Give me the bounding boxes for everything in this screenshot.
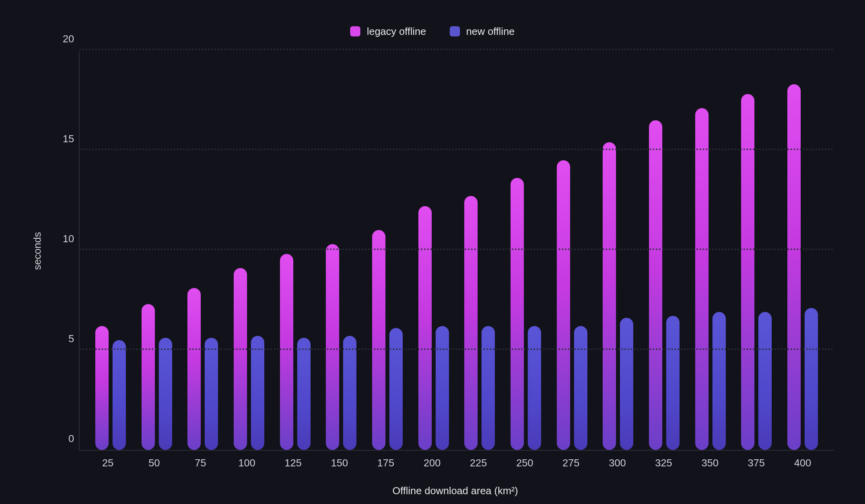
bar-new: [251, 336, 264, 450]
bar-new: [113, 340, 126, 450]
x-tick-label: 375: [733, 457, 780, 469]
bar-legacy: [557, 160, 570, 450]
bar-legacy: [95, 326, 109, 450]
x-tick-label: 250: [502, 457, 548, 469]
bar-new: [712, 312, 726, 450]
bar-legacy: [280, 254, 293, 450]
bar-new: [666, 316, 680, 450]
bar-group: [734, 94, 780, 450]
chart-container: legacy offline new offline seconds 05101…: [0, 0, 865, 504]
legend-label-legacy: legacy offline: [367, 25, 426, 38]
x-tick-label: 50: [131, 457, 177, 469]
bar-new: [528, 326, 541, 450]
legend-swatch-new-icon: [450, 26, 460, 36]
bar-legacy: [326, 244, 339, 450]
legend-label-new: new offline: [466, 25, 515, 38]
bar-legacy: [418, 206, 432, 450]
bar-new: [574, 326, 587, 450]
bar-new: [805, 308, 818, 450]
bar-group: [457, 196, 503, 450]
bar-new: [620, 318, 633, 450]
gridline: [80, 149, 834, 150]
bar-legacy: [741, 94, 754, 450]
x-tick-label: 175: [363, 457, 409, 469]
bar-legacy: [511, 178, 524, 450]
bar-new: [436, 326, 449, 450]
bar-group: [549, 160, 595, 450]
gridline: [80, 49, 834, 50]
bar-legacy: [234, 268, 247, 450]
x-tick-label: 275: [548, 457, 594, 469]
x-axis: 2550751001251501752002252502753003253503…: [77, 451, 834, 469]
y-tick-label: 5: [69, 333, 74, 345]
bar-new: [389, 328, 403, 450]
x-tick-label: 325: [641, 457, 687, 469]
y-axis: 05101520: [51, 51, 79, 451]
legend: legacy offline new offline: [31, 24, 834, 39]
x-tick-label: 75: [177, 457, 224, 469]
bar-new: [482, 326, 495, 450]
bar-legacy: [649, 120, 662, 450]
bar-legacy: [787, 84, 801, 450]
y-tick-label: 10: [63, 233, 74, 245]
gridline: [80, 348, 834, 350]
y-tick-label: 15: [63, 133, 74, 145]
bar-new: [159, 338, 172, 450]
x-tick-label: 400: [780, 457, 826, 469]
y-axis-label: seconds: [31, 232, 44, 270]
x-tick-label: 150: [316, 457, 363, 469]
bars-container: [80, 51, 834, 450]
bar-legacy: [142, 304, 155, 450]
plot-area: [79, 51, 834, 451]
x-tick-label: 350: [687, 457, 733, 469]
x-axis-label: Offline download area (km²): [77, 485, 834, 497]
bar-new: [343, 336, 356, 450]
x-tick-label: 225: [455, 457, 502, 469]
bar-legacy: [187, 288, 201, 450]
bar-group: [318, 244, 364, 450]
bar-legacy: [464, 196, 478, 450]
x-tick-label: 100: [224, 457, 270, 469]
bar-group: [87, 326, 134, 450]
bar-group: [226, 268, 272, 450]
bar-group: [780, 84, 826, 450]
bar-group: [503, 178, 549, 450]
x-tick-label: 125: [270, 457, 316, 469]
bar-legacy: [372, 230, 385, 450]
x-tick-label: 25: [85, 457, 131, 469]
bar-group: [364, 230, 411, 450]
bar-legacy: [603, 142, 616, 450]
y-tick-label: 20: [63, 33, 74, 45]
bar-group: [641, 120, 687, 450]
bar-group: [180, 288, 226, 450]
gridline: [80, 248, 834, 250]
x-tick-label: 300: [594, 457, 640, 469]
bar-group: [687, 108, 734, 450]
legend-item-legacy: legacy offline: [350, 25, 426, 38]
bar-new: [758, 312, 772, 450]
bar-group: [272, 254, 318, 450]
bar-new: [205, 338, 218, 450]
legend-swatch-legacy-icon: [350, 26, 360, 36]
bar-legacy: [695, 108, 709, 450]
plot: seconds 05101520: [31, 51, 834, 451]
bar-new: [297, 338, 311, 450]
x-tick-label: 200: [409, 457, 455, 469]
legend-item-new: new offline: [450, 25, 515, 38]
bar-group: [411, 206, 457, 450]
y-tick-label: 0: [69, 433, 74, 445]
bar-group: [595, 142, 641, 450]
bar-group: [134, 304, 180, 450]
